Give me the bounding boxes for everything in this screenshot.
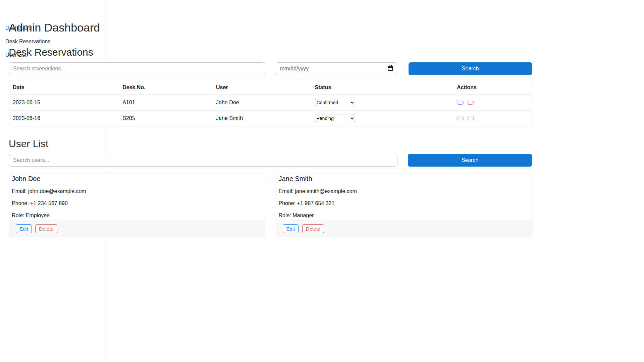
main-content: Admin Dashboard Desk Reservations Search… (9, 0, 532, 237)
user-role: Role: Employee (12, 212, 262, 219)
status-select[interactable]: Confirmed (315, 99, 355, 106)
reservations-search-button[interactable]: Search (409, 62, 532, 75)
reservations-search-input[interactable] (9, 62, 265, 75)
edit-pill-icon[interactable] (457, 117, 464, 120)
table-row: 2023-06-15 A101 John Doe Confirmed (9, 95, 532, 111)
header-actions: Actions (453, 80, 532, 95)
header-desk-no: Desk No. (119, 80, 212, 95)
header-status: Status (311, 80, 453, 95)
table-row: 2023-06-16 B205 Jane Smith Pending (9, 111, 532, 126)
user-card: Jane Smith Email: jane.smith@example.com… (276, 173, 532, 237)
reservation-desk-cell: A101 (119, 95, 212, 111)
user-card-footer: Edit Delete (9, 220, 265, 237)
edit-pill-icon[interactable] (457, 101, 464, 105)
user-email: Email: jane.smith@example.com (279, 188, 529, 195)
users-section-title: User List (9, 138, 532, 150)
user-card-body: John Doe Email: john.doe@example.com Pho… (9, 173, 265, 220)
page-title: Admin Dashboard (9, 21, 532, 34)
reservation-date-cell: 2023-06-16 (9, 111, 119, 126)
user-role: Role: Manager (279, 212, 529, 219)
user-phone: Phone: +1 234 567 890 (12, 200, 262, 207)
reservations-table: Date Desk No. User Status Actions 2023-0… (9, 80, 532, 126)
reservation-date-input[interactable] (276, 62, 398, 75)
reservations-controls: Search (9, 62, 532, 75)
user-card-body: Jane Smith Email: jane.smith@example.com… (276, 173, 532, 220)
reservation-date-cell: 2023-06-15 (9, 95, 119, 111)
delete-user-button[interactable]: Delete (302, 224, 324, 233)
edit-user-button[interactable]: Edit (283, 224, 299, 233)
status-select[interactable]: Pending (315, 115, 355, 122)
user-card-footer: Edit Delete (276, 220, 532, 237)
reservation-desk-cell: B205 (119, 111, 212, 126)
reservation-user-cell: Jane Smith (212, 111, 311, 126)
delete-user-button[interactable]: Delete (35, 224, 57, 233)
user-name: John Doe (12, 174, 262, 183)
calendar-icon[interactable] (388, 66, 393, 71)
reservation-date-field[interactable] (276, 62, 398, 75)
delete-pill-icon[interactable] (467, 101, 474, 105)
user-phone: Phone: +1 987 654 321 (279, 200, 529, 207)
edit-user-button[interactable]: Edit (16, 224, 32, 233)
header-user: User (212, 80, 311, 95)
header-date: Date (9, 80, 119, 95)
users-controls: Search (9, 154, 532, 167)
users-search-input[interactable] (9, 154, 397, 167)
reservations-section-title: Desk Reservations (9, 46, 532, 58)
reservation-user-cell: John Doe (212, 95, 311, 111)
delete-pill-icon[interactable] (467, 117, 474, 120)
user-cards-row: John Doe Email: john.doe@example.com Pho… (9, 173, 532, 237)
reservations-table-card: Date Desk No. User Status Actions 2023-0… (9, 80, 532, 126)
user-name: Jane Smith (279, 174, 529, 183)
user-card: John Doe Email: john.doe@example.com Pho… (9, 173, 265, 237)
users-search-button[interactable]: Search (408, 154, 532, 167)
user-email: Email: john.doe@example.com (12, 188, 262, 195)
table-header-row: Date Desk No. User Status Actions (9, 80, 532, 95)
